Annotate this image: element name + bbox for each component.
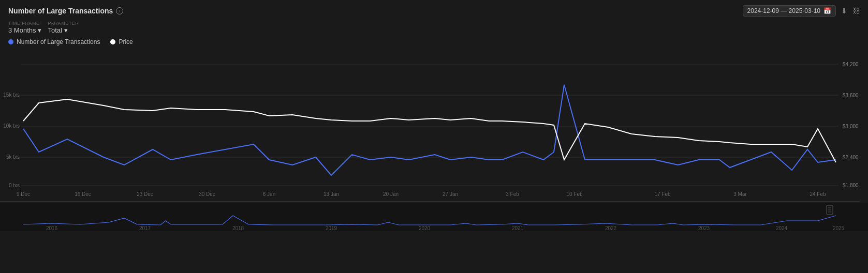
mini-transactions-line <box>23 216 836 225</box>
legend-item-price: Price <box>110 38 133 46</box>
svg-text:9 Dec: 9 Dec <box>17 191 30 197</box>
time-frame-dropdown[interactable]: 3 Months ▾ <box>8 26 41 34</box>
svg-text:30 Dec: 30 Dec <box>199 191 215 197</box>
svg-text:2018: 2018 <box>232 225 244 231</box>
parameter-label: PARAMETER <box>48 21 79 26</box>
svg-text:2020: 2020 <box>419 225 431 231</box>
legend-label-price: Price <box>119 38 133 46</box>
main-container: Number of Large Transactions i 2024-12-0… <box>0 0 868 273</box>
svg-text:20 Jan: 20 Jan <box>383 191 399 197</box>
svg-text:$3,000: $3,000 <box>843 124 859 129</box>
svg-text:3 Feb: 3 Feb <box>506 191 519 197</box>
svg-text:13 Jan: 13 Jan <box>323 191 339 197</box>
svg-text:2016: 2016 <box>46 225 58 231</box>
main-chart-svg: 15k txs 10k txs 5k txs 0 txs $4,200 $3,6… <box>0 49 868 201</box>
svg-text:23 Dec: 23 Dec <box>137 191 153 197</box>
svg-text:$4,200: $4,200 <box>843 62 859 67</box>
svg-text:17 Feb: 17 Feb <box>654 191 671 197</box>
svg-text:$1,800: $1,800 <box>843 183 859 188</box>
parameter-dropdown[interactable]: Total ▾ <box>48 26 79 34</box>
svg-text:3 Mar: 3 Mar <box>733 191 747 197</box>
svg-text:16 Dec: 16 Dec <box>75 191 91 197</box>
price-line <box>23 99 836 162</box>
legend-item-transactions: Number of Large Transactions <box>8 38 100 46</box>
time-frame-label: TIME FRAME <box>8 21 41 26</box>
mini-chart-svg: 2016 2017 2018 2019 2020 2021 2022 2023 … <box>0 203 868 231</box>
svg-text:10k txs: 10k txs <box>3 123 20 129</box>
svg-text:2019: 2019 <box>326 225 337 231</box>
chevron-down-icon: ▾ <box>64 26 68 34</box>
svg-text:0 txs: 0 txs <box>9 183 20 188</box>
svg-text:$3,600: $3,600 <box>843 93 859 98</box>
svg-text:15k txs: 15k txs <box>3 92 20 98</box>
download-icon[interactable]: ⬇ <box>841 7 847 15</box>
svg-text:24 Feb: 24 Feb <box>810 191 826 197</box>
legend-dot-transactions <box>8 39 13 44</box>
svg-text:27 Jan: 27 Jan <box>443 191 458 197</box>
header: Number of Large Transactions i 2024-12-0… <box>0 0 868 19</box>
chart-divider <box>0 201 860 202</box>
svg-text:2025: 2025 <box>833 225 845 231</box>
share-icon[interactable]: ⛓ <box>852 7 860 15</box>
date-range[interactable]: 2024-12-09 — 2025-03-10 📅 <box>743 5 836 17</box>
svg-text:2017: 2017 <box>139 225 151 231</box>
svg-text:2023: 2023 <box>698 225 710 231</box>
svg-text:2021: 2021 <box>512 225 524 231</box>
svg-text:2024: 2024 <box>776 225 788 231</box>
title-area: Number of Large Transactions i <box>8 7 123 15</box>
svg-text:$2,400: $2,400 <box>843 155 859 160</box>
transactions-line <box>23 85 836 175</box>
svg-text:10 Feb: 10 Feb <box>566 191 583 197</box>
svg-text:2022: 2022 <box>605 225 617 231</box>
time-frame-group: TIME FRAME 3 Months ▾ <box>8 21 41 34</box>
legend-dot-price <box>110 39 115 44</box>
chart-area: 15k txs 10k txs 5k txs 0 txs $4,200 $3,6… <box>0 49 868 273</box>
chevron-down-icon: ▾ <box>38 26 41 34</box>
svg-text:6 Jan: 6 Jan <box>263 191 275 197</box>
svg-text:5k txs: 5k txs <box>6 154 20 160</box>
page-title: Number of Large Transactions <box>8 7 113 15</box>
legend-label-transactions: Number of Large Transactions <box>17 38 100 46</box>
controls: TIME FRAME 3 Months ▾ PARAMETER Total ▾ <box>0 19 868 37</box>
header-right: 2024-12-09 — 2025-03-10 📅 ⬇ ⛓ <box>743 5 860 17</box>
parameter-group: PARAMETER Total ▾ <box>48 21 79 34</box>
calendar-icon: 📅 <box>823 7 831 14</box>
legend: Number of Large Transactions Price <box>0 37 868 49</box>
info-icon[interactable]: i <box>116 7 123 14</box>
